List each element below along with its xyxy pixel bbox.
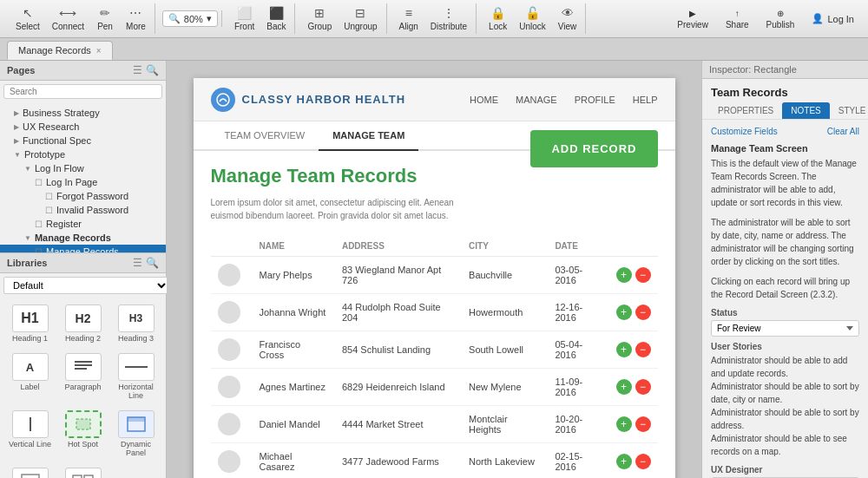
- remove-record-small-button[interactable]: −: [635, 304, 651, 320]
- lock-button[interactable]: 🔒 Lock: [483, 3, 512, 34]
- table-row[interactable]: Johanna Wright 44 Rudolph Road Suite 204…: [211, 294, 658, 331]
- lib-item-vline[interactable]: Vertical Line: [5, 407, 55, 461]
- lib-item-hline[interactable]: Horizontal Line: [111, 350, 161, 403]
- distribute-button[interactable]: ⋮ Distribute: [425, 3, 472, 34]
- col-name[interactable]: NAME: [253, 236, 335, 257]
- nav-home[interactable]: HOME: [470, 91, 498, 108]
- tab-team-overview[interactable]: TEAM OVERVIEW: [211, 121, 319, 151]
- add-record-small-button[interactable]: +: [616, 379, 632, 395]
- lib-item-repeater[interactable]: Repeater: [58, 464, 108, 478]
- tree-item-business-strategy[interactable]: ▶ Business Strategy: [0, 106, 166, 120]
- remove-record-small-button[interactable]: −: [635, 267, 651, 283]
- lib-item-hotspot[interactable]: Hot Spot: [58, 407, 108, 461]
- tree-item-label: Business Strategy: [23, 108, 100, 118]
- table-row[interactable]: Michael Casarez 3477 Jadewood Farms Nort…: [211, 443, 658, 479]
- col-city[interactable]: CITY: [462, 236, 548, 257]
- pen-button[interactable]: ✏ Pen: [91, 3, 119, 34]
- search-icon[interactable]: 🔍: [146, 64, 159, 76]
- remove-record-small-button[interactable]: −: [635, 342, 651, 357]
- lib-item-h1[interactable]: H1 Heading 1: [5, 301, 55, 346]
- lib-item-h2[interactable]: H2 Heading 2: [58, 301, 108, 346]
- connect-button[interactable]: ⟷ Connect: [47, 3, 89, 34]
- lib-item-dynamic-panel[interactable]: Dynamic Panel: [111, 407, 161, 461]
- table-row[interactable]: Agnes Martinez 6829 Heidenreich Island N…: [211, 369, 658, 406]
- group-button[interactable]: ⊞ Group: [302, 3, 337, 34]
- add-record-small-button[interactable]: +: [616, 454, 632, 469]
- table-row[interactable]: Mary Phelps 83 Wiegland Manor Apt 726 Ba…: [211, 257, 658, 294]
- tab-properties[interactable]: PROPERTIES: [709, 102, 782, 119]
- library-select[interactable]: Default: [3, 277, 169, 294]
- more-icon: ⋯: [129, 6, 141, 20]
- tree-item-manage-records-page[interactable]: ☐ Manage Records: [0, 245, 166, 252]
- tree-item-login-flow[interactable]: ▼ Log In Flow: [0, 161, 166, 175]
- tree-item-invalid-password[interactable]: ☐ Invalid Password: [0, 203, 166, 217]
- tree-item-label: Invalid Password: [56, 205, 128, 215]
- search-lib-icon[interactable]: 🔍: [146, 257, 159, 269]
- lib-item-inline-frame[interactable]: Inline Frame: [5, 464, 55, 478]
- add-record-small-button[interactable]: +: [616, 267, 632, 283]
- tab-style[interactable]: STYLE: [830, 102, 868, 119]
- remove-record-small-button[interactable]: −: [635, 454, 651, 469]
- add-record-small-button[interactable]: +: [616, 342, 632, 357]
- tab-manage-team[interactable]: MANAGE TEAM: [319, 121, 418, 151]
- repeater-icon: [65, 468, 102, 478]
- lib-item-paragraph[interactable]: Paragraph: [58, 350, 108, 403]
- label-icon: A: [12, 353, 49, 381]
- group-icon: ⊞: [314, 6, 325, 20]
- table-row[interactable]: Francisco Cross 854 Schulist Landing Sou…: [211, 331, 658, 369]
- tree-item-functional-spec[interactable]: ▶ Functional Spec: [0, 134, 166, 147]
- back-button[interactable]: ⬛ Back: [261, 3, 291, 34]
- tree-item-register[interactable]: ☐ Register: [0, 217, 166, 231]
- proto-nav: CLASSY HARBOR HEALTH HOME MANAGE PROFILE…: [194, 78, 675, 121]
- front-button[interactable]: ⬜ Front: [229, 3, 260, 34]
- add-record-small-button[interactable]: +: [616, 304, 632, 320]
- ungroup-button[interactable]: ⊟ Ungroup: [339, 3, 382, 34]
- list-view-icon[interactable]: ☰: [133, 257, 142, 269]
- add-record-small-button[interactable]: +: [616, 416, 632, 432]
- tab-manage-records[interactable]: Manage Records ×: [7, 41, 113, 60]
- lib-item-h3[interactable]: H3 Heading 3: [111, 301, 161, 346]
- align-button[interactable]: ≡ Align: [394, 3, 424, 34]
- share-icon: ↑: [735, 9, 740, 18]
- record-address: 6829 Heidenreich Island: [335, 369, 462, 406]
- record-name: Johanna Wright: [253, 294, 335, 331]
- lib-item-label[interactable]: A Label: [5, 350, 55, 403]
- publish-button[interactable]: ⊕ Publish: [760, 6, 802, 32]
- nav-help[interactable]: HELP: [633, 91, 658, 108]
- select-button[interactable]: ↖ Select: [10, 3, 45, 34]
- tree-item-prototype[interactable]: ▼ Prototype: [0, 147, 166, 161]
- tree-item-forgot-password[interactable]: ☐ Forgot Password: [0, 189, 166, 203]
- logo-icon: [211, 88, 235, 112]
- tab-notes[interactable]: NOTES: [782, 102, 829, 119]
- add-record-button[interactable]: ADD RECORD: [530, 130, 657, 167]
- tab-close-icon[interactable]: ×: [96, 46, 102, 56]
- col-date[interactable]: DATE: [548, 236, 608, 257]
- libraries-section: Libraries ☰ 🔍 Default H1 Heading 1 H2 He…: [0, 252, 166, 478]
- unlock-button[interactable]: 🔓 Unlock: [514, 3, 551, 34]
- tree-item-ux-research[interactable]: ▶ UX Research: [0, 120, 166, 134]
- table-row[interactable]: Daniel Mandel 4444 Market Street Montcla…: [211, 406, 658, 443]
- view-button[interactable]: 👁 View: [553, 3, 582, 34]
- arrow-icon: ▶: [14, 123, 19, 131]
- share-button[interactable]: ↑ Share: [719, 6, 756, 32]
- remove-record-small-button[interactable]: −: [635, 379, 651, 395]
- pages-search-input[interactable]: [3, 84, 162, 99]
- nav-profile[interactable]: PROFILE: [575, 91, 615, 108]
- status-select[interactable]: For Review: [711, 320, 859, 337]
- arrow-icon: ▼: [24, 234, 31, 242]
- col-address[interactable]: ADDRESS: [335, 236, 462, 257]
- tree-item-manage-records-folder[interactable]: ▼ Manage Records: [0, 231, 166, 245]
- clear-all-link[interactable]: Clear All: [827, 127, 859, 136]
- remove-record-small-button[interactable]: −: [635, 416, 651, 432]
- nav-manage[interactable]: MANAGE: [516, 91, 557, 108]
- more-button[interactable]: ⋯ More: [121, 3, 151, 34]
- record-city: South Lowell: [462, 331, 548, 369]
- list-icon[interactable]: ☰: [133, 64, 142, 76]
- col-name-header[interactable]: [211, 236, 253, 257]
- customize-fields-link[interactable]: Customize Fields: [711, 127, 778, 136]
- preview-button[interactable]: ▶ Preview: [670, 6, 715, 32]
- login-button[interactable]: 👤 Log In: [805, 10, 861, 27]
- tree-item-login-page[interactable]: ☐ Log In Page: [0, 175, 166, 189]
- zoom-control[interactable]: 🔍 80% ▾: [162, 10, 218, 27]
- view-label: View: [558, 22, 577, 31]
